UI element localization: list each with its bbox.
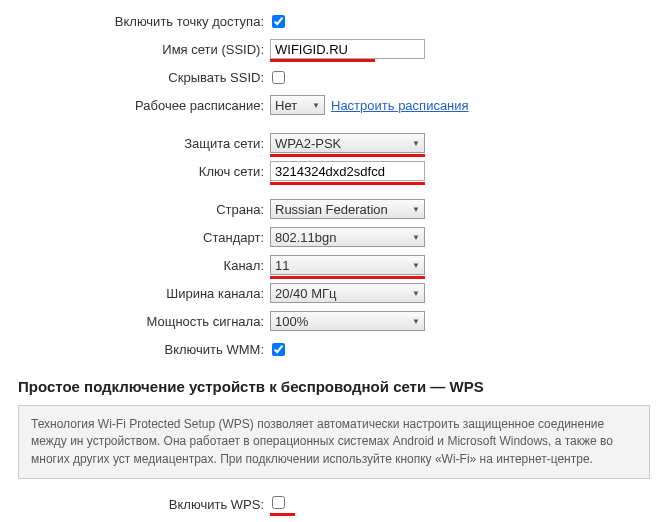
channel-width-label: Ширина канала:: [0, 286, 270, 301]
schedule-select[interactable]: Нет: [270, 95, 325, 115]
wps-info-box: Технология Wi-Fi Protected Setup (WPS) п…: [18, 405, 650, 479]
enable-ap-label: Включить точку доступа:: [0, 14, 270, 29]
ssid-input[interactable]: [270, 39, 425, 59]
enable-wps-label: Включить WPS:: [0, 497, 270, 512]
standard-select[interactable]: 802.11bgn: [270, 227, 425, 247]
country-select[interactable]: Russian Federation: [270, 199, 425, 219]
signal-power-label: Мощность сигнала:: [0, 314, 270, 329]
enable-wps-checkbox[interactable]: [272, 496, 285, 509]
enable-ap-checkbox[interactable]: [272, 15, 285, 28]
hide-ssid-label: Скрывать SSID:: [0, 70, 270, 85]
schedule-label: Рабочее расписание:: [0, 98, 270, 113]
country-label: Страна:: [0, 202, 270, 217]
configure-schedule-link[interactable]: Настроить расписания: [331, 98, 469, 113]
hide-ssid-checkbox[interactable]: [272, 71, 285, 84]
key-label: Ключ сети:: [0, 164, 270, 179]
channel-select[interactable]: 11: [270, 255, 425, 275]
enable-wmm-checkbox[interactable]: [272, 343, 285, 356]
enable-wmm-label: Включить WMM:: [0, 342, 270, 357]
channel-label: Канал:: [0, 258, 270, 273]
channel-width-select[interactable]: 20/40 МГц: [270, 283, 425, 303]
signal-power-select[interactable]: 100%: [270, 311, 425, 331]
wps-section-heading: Простое подключение устройств к беспрово…: [18, 378, 659, 395]
security-label: Защита сети:: [0, 136, 270, 151]
standard-label: Стандарт:: [0, 230, 270, 245]
key-input[interactable]: [270, 161, 425, 181]
ssid-label: Имя сети (SSID):: [0, 42, 270, 57]
security-select[interactable]: WPA2-PSK: [270, 133, 425, 153]
